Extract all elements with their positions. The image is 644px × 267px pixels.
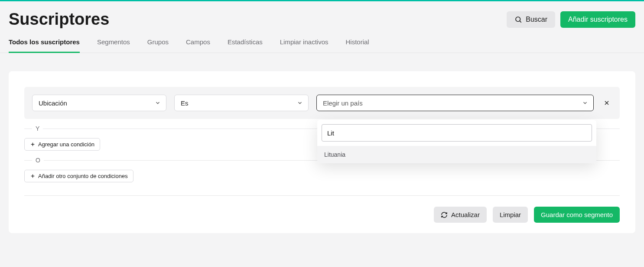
filter-operator-label: Es bbox=[181, 99, 189, 107]
clear-button[interactable]: Limpiar bbox=[493, 207, 528, 223]
add-condition-label: Agregar una condición bbox=[38, 141, 94, 148]
tabs: Todos los suscriptores Segmentos Grupos … bbox=[0, 29, 644, 53]
tab-clean-inactives[interactable]: Limpiar inactivos bbox=[280, 38, 329, 53]
filter-value-placeholder: Elegir un país bbox=[323, 99, 363, 107]
close-icon bbox=[603, 99, 610, 106]
clear-label: Limpiar bbox=[500, 211, 521, 218]
search-button-label: Buscar bbox=[526, 16, 547, 23]
add-subscribers-label: Añadir suscriptores bbox=[568, 16, 628, 23]
add-subscribers-button[interactable]: Añadir suscriptores bbox=[560, 11, 635, 28]
tab-fields[interactable]: Campos bbox=[186, 38, 210, 53]
chevron-down-icon bbox=[297, 100, 303, 106]
tab-groups[interactable]: Grupos bbox=[147, 38, 169, 53]
search-button[interactable]: Buscar bbox=[507, 11, 555, 28]
country-dropdown: Lituania bbox=[317, 120, 596, 163]
refresh-label: Actualizar bbox=[451, 211, 480, 218]
country-option[interactable]: Lituania bbox=[317, 146, 596, 163]
svg-line-1 bbox=[520, 21, 521, 23]
page-title: Suscriptores bbox=[9, 10, 109, 29]
tab-segments[interactable]: Segmentos bbox=[97, 38, 130, 53]
tab-all-subscribers[interactable]: Todos los suscriptores bbox=[9, 38, 80, 53]
filter-field-label: Ubicación bbox=[39, 99, 67, 107]
header-actions: Buscar Añadir suscriptores bbox=[507, 11, 635, 28]
filter-operator-select[interactable]: Es bbox=[174, 95, 309, 111]
or-label: O bbox=[32, 157, 44, 164]
tab-history[interactable]: Historial bbox=[345, 38, 369, 53]
filter-row: Ubicación Es Elegir un país bbox=[24, 87, 620, 119]
save-segment-button[interactable]: Guardar como segmento bbox=[534, 207, 620, 223]
and-label: Y bbox=[32, 125, 43, 132]
add-condition-set-button[interactable]: Añadir otro conjunto de condiciones bbox=[24, 170, 133, 182]
country-search-input[interactable] bbox=[322, 124, 592, 142]
plus-icon bbox=[30, 142, 36, 147]
search-icon bbox=[514, 16, 522, 23]
tab-stats[interactable]: Estadísticas bbox=[228, 38, 263, 53]
plus-icon bbox=[30, 173, 36, 179]
chevron-down-icon bbox=[155, 100, 161, 106]
refresh-icon bbox=[441, 211, 448, 218]
filter-field-select[interactable]: Ubicación bbox=[32, 95, 166, 111]
filter-value-select[interactable]: Elegir un país bbox=[316, 95, 594, 111]
svg-point-0 bbox=[516, 17, 520, 22]
filter-panel: Ubicación Es Elegir un país bbox=[9, 71, 635, 233]
refresh-button[interactable]: Actualizar bbox=[434, 207, 487, 223]
footer-actions: Actualizar Limpiar Guardar como segmento bbox=[9, 182, 635, 223]
add-condition-set-label: Añadir otro conjunto de condiciones bbox=[38, 173, 128, 179]
add-condition-button[interactable]: Agregar una condición bbox=[24, 138, 100, 151]
remove-filter-button[interactable] bbox=[602, 98, 612, 108]
save-segment-label: Guardar como segmento bbox=[541, 211, 613, 218]
chevron-down-icon bbox=[582, 100, 588, 106]
